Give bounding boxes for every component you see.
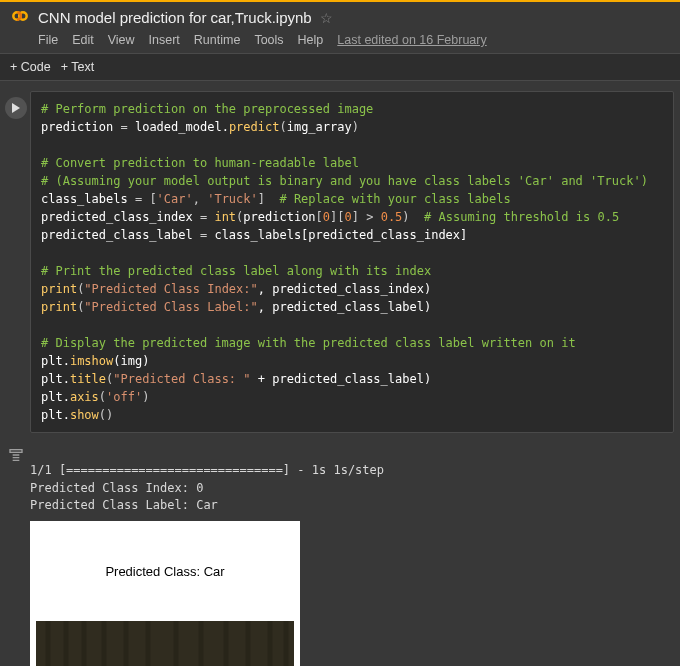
notebook-title[interactable]: CNN model prediction for car,Truck.ipynb: [38, 9, 312, 26]
output-line: Predicted Class Label: Car: [30, 498, 218, 512]
run-cell-button[interactable]: [5, 97, 27, 119]
menu-runtime[interactable]: Runtime: [194, 33, 241, 47]
colab-logo-icon: [10, 6, 30, 29]
menu-insert[interactable]: Insert: [149, 33, 180, 47]
output-toggle-icon[interactable]: [8, 447, 24, 466]
code-line: # Perform prediction on the preprocessed…: [41, 102, 373, 116]
menu-bar: File Edit View Insert Runtime Tools Help…: [0, 29, 680, 53]
menu-edit[interactable]: Edit: [72, 33, 94, 47]
svg-rect-3: [10, 450, 22, 453]
code-cell[interactable]: # Perform prediction on the preprocessed…: [0, 87, 680, 437]
add-code-button[interactable]: + Code: [10, 60, 51, 74]
notebook-content[interactable]: # Perform prediction on the preprocessed…: [0, 81, 680, 666]
output-line: Predicted Class Index: 0: [30, 481, 203, 495]
menu-view[interactable]: View: [108, 33, 135, 47]
svg-rect-19: [36, 621, 294, 666]
notebook-header: CNN model prediction for car,Truck.ipynb…: [0, 2, 680, 29]
toolbar: + Code + Text: [0, 53, 680, 81]
cell-output: 1/1 [==============================] - 1…: [0, 437, 680, 666]
output-line: 1/1 [==============================] - 1…: [30, 463, 384, 477]
last-edited-link[interactable]: Last edited on 16 February: [337, 33, 486, 47]
play-icon: [11, 103, 21, 113]
figure-title: Predicted Class: Car: [36, 561, 294, 586]
menu-help[interactable]: Help: [298, 33, 324, 47]
star-icon[interactable]: ☆: [320, 10, 333, 26]
menu-file[interactable]: File: [38, 33, 58, 47]
matplotlib-figure: Predicted Class: Car: [30, 521, 300, 666]
figure-image: [36, 621, 294, 666]
code-editor[interactable]: # Perform prediction on the preprocessed…: [30, 91, 674, 433]
menu-tools[interactable]: Tools: [254, 33, 283, 47]
add-text-button[interactable]: + Text: [61, 60, 94, 74]
